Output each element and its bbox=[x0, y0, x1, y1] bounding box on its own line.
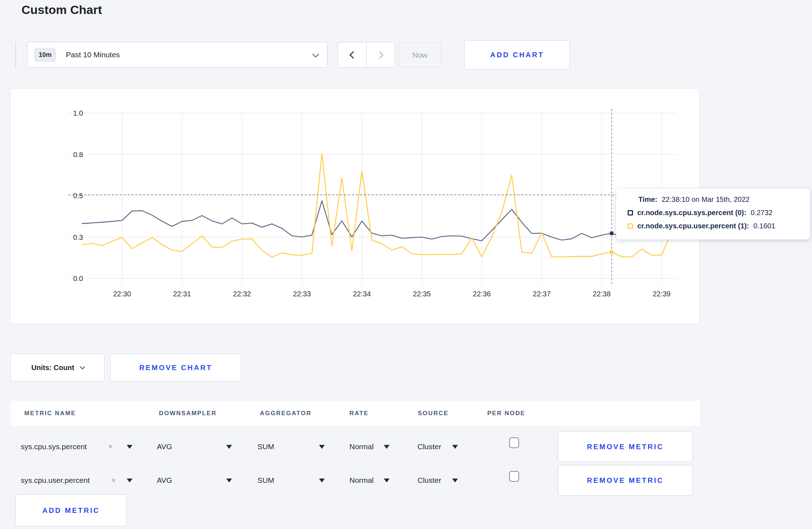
caret-down-icon[interactable] bbox=[127, 479, 132, 482]
step-forward-button[interactable] bbox=[366, 42, 395, 67]
remove-metric-button[interactable]: REMOVE METRIC bbox=[558, 431, 693, 462]
table-row: sys.cpu.user.percent × AVG SUM Normal Cl… bbox=[10, 464, 700, 496]
time-range-select[interactable]: 10m Past 10 Minutes bbox=[27, 42, 328, 68]
hover-point-marker bbox=[610, 232, 613, 235]
caret-down-icon[interactable] bbox=[319, 445, 325, 449]
caret-down-icon[interactable] bbox=[319, 479, 325, 482]
col-metric-name: METRIC NAME bbox=[24, 401, 76, 426]
col-aggregator: AGGREGATOR bbox=[260, 401, 311, 426]
y-axis-tick-label: 1.0 bbox=[73, 109, 83, 117]
chevron-left-icon bbox=[349, 51, 357, 58]
downsampler-select[interactable]: AVG bbox=[157, 464, 172, 496]
x-axis-tick-label: 22:31 bbox=[173, 290, 191, 298]
x-axis-tick-label: 22:32 bbox=[233, 290, 251, 298]
series-line bbox=[82, 154, 672, 257]
caret-down-icon[interactable] bbox=[226, 445, 232, 449]
time-range-label: Past 10 Minutes bbox=[66, 50, 120, 59]
chevron-down-icon bbox=[312, 51, 319, 57]
remove-chart-button[interactable]: REMOVE CHART bbox=[110, 354, 241, 382]
caret-down-icon[interactable] bbox=[226, 479, 232, 482]
metrics-table-header: METRIC NAME DOWNSAMPLER AGGREGATOR RATE … bbox=[10, 401, 700, 426]
table-row: sys.cpu.sys.percent × AVG SUM Normal Clu… bbox=[10, 431, 700, 463]
metric-name-select[interactable]: sys.cpu.user.percent bbox=[21, 464, 90, 496]
toolbar-divider bbox=[15, 42, 16, 68]
tooltip-time-label: Time: bbox=[638, 195, 657, 204]
rate-select[interactable]: Normal bbox=[349, 431, 374, 463]
per-node-checkbox[interactable] bbox=[509, 437, 519, 448]
source-select[interactable]: Cluster bbox=[417, 431, 441, 463]
x-axis-tick-label: 22:34 bbox=[353, 290, 371, 298]
clear-metric-icon[interactable]: × bbox=[108, 431, 113, 463]
tooltip-user-value: 0.1601 bbox=[753, 222, 775, 230]
x-axis-tick-label: 22:35 bbox=[413, 290, 431, 298]
remove-metric-button[interactable]: REMOVE METRIC bbox=[558, 465, 693, 496]
downsampler-select[interactable]: AVG bbox=[157, 431, 172, 463]
caret-down-icon[interactable] bbox=[384, 479, 390, 482]
y-axis-tick-label: 0.8 bbox=[73, 151, 83, 159]
tooltip-sys-value: 0.2732 bbox=[751, 209, 773, 217]
step-back-button[interactable] bbox=[338, 42, 366, 67]
chevron-right-icon bbox=[376, 51, 383, 58]
chart-tooltip: Time: 22:38:10 on Mar 15th, 2022 cr.node… bbox=[616, 189, 810, 239]
aggregator-select[interactable]: SUM bbox=[257, 464, 274, 496]
x-axis-tick-label: 22:36 bbox=[473, 290, 491, 298]
per-node-checkbox[interactable] bbox=[509, 471, 519, 482]
tooltip-time-value: 22:38:10 on Mar 15th, 2022 bbox=[662, 195, 750, 204]
y-axis-tick-label: 0.0 bbox=[73, 275, 83, 282]
units-select[interactable]: Units: Count bbox=[10, 354, 105, 382]
chart-card: 0.00.30.50.81.022:3022:3122:3222:3322:34… bbox=[10, 88, 700, 324]
units-label: Units: Count bbox=[32, 364, 74, 372]
x-axis-tick-label: 22:38 bbox=[593, 290, 610, 298]
x-axis-tick-label: 22:37 bbox=[533, 290, 551, 298]
x-axis-tick-label: 22:30 bbox=[113, 290, 131, 298]
time-step-arrows bbox=[338, 42, 395, 68]
metric-name-select[interactable]: sys.cpu.sys.percent bbox=[21, 431, 87, 463]
source-select[interactable]: Cluster bbox=[417, 464, 441, 496]
aggregator-select[interactable]: SUM bbox=[257, 431, 274, 463]
x-axis-tick-label: 22:39 bbox=[653, 290, 671, 298]
col-per-node: PER NODE bbox=[487, 401, 525, 426]
series-line bbox=[82, 201, 672, 241]
user-series-swatch-icon bbox=[628, 223, 633, 229]
add-metric-button[interactable]: ADD METRIC bbox=[15, 494, 127, 526]
add-chart-button[interactable]: ADD CHART bbox=[464, 40, 570, 69]
caret-down-icon[interactable] bbox=[452, 445, 458, 449]
tooltip-sys-name: cr.node.sys.cpu.sys.percent (0): bbox=[637, 209, 746, 217]
hover-point-marker bbox=[610, 250, 613, 254]
clear-metric-icon[interactable]: × bbox=[111, 464, 116, 496]
cpu-chart[interactable]: 0.00.30.50.81.022:3022:3122:3222:3322:34… bbox=[11, 89, 700, 324]
rate-select[interactable]: Normal bbox=[349, 464, 374, 496]
col-source: SOURCE bbox=[418, 401, 449, 426]
caret-down-icon[interactable] bbox=[127, 445, 132, 449]
page-title: Custom Chart bbox=[21, 3, 102, 17]
caret-down-icon[interactable] bbox=[384, 445, 390, 449]
x-axis-tick-label: 22:33 bbox=[293, 290, 311, 298]
y-axis-tick-label: 0.5 bbox=[73, 192, 83, 200]
time-range-badge: 10m bbox=[34, 48, 56, 62]
chevron-down-icon bbox=[80, 364, 85, 369]
y-axis-tick-label: 0.3 bbox=[73, 233, 83, 241]
col-downsampler: DOWNSAMPLER bbox=[159, 401, 217, 426]
tooltip-user-name: cr.node.sys.cpu.user.percent (1): bbox=[637, 222, 749, 230]
caret-down-icon[interactable] bbox=[452, 479, 458, 482]
col-rate: RATE bbox=[349, 401, 369, 426]
sys-series-swatch-icon bbox=[628, 210, 633, 215]
now-button[interactable]: Now bbox=[399, 43, 441, 67]
